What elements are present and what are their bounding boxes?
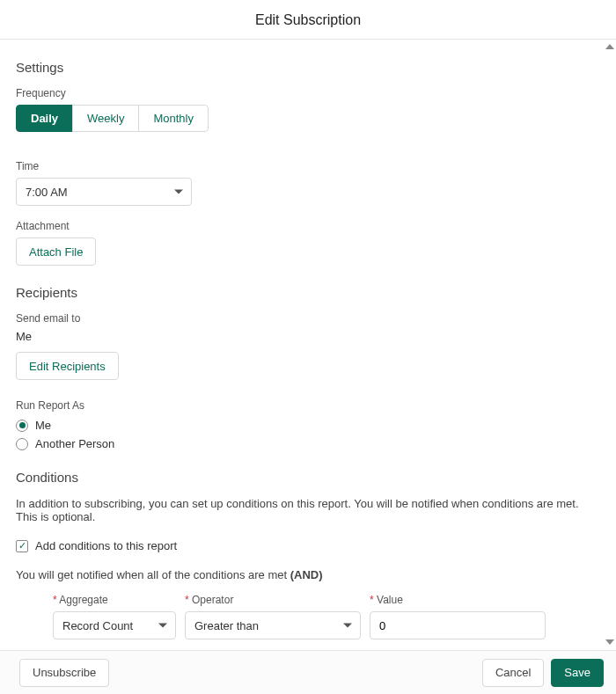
add-conditions-checkbox[interactable]: Add conditions to this report bbox=[16, 539, 586, 552]
attachment-label: Attachment bbox=[16, 220, 586, 232]
aggregate-label: Aggregate bbox=[53, 594, 176, 606]
modal-footer: Unsubscribe Cancel Save bbox=[0, 650, 616, 694]
add-conditions-label: Add conditions to this report bbox=[35, 539, 177, 552]
conditions-heading: Conditions bbox=[16, 470, 586, 485]
checkbox-icon bbox=[16, 540, 28, 552]
operator-label: Operator bbox=[185, 594, 361, 606]
frequency-daily[interactable]: Daily bbox=[16, 105, 73, 132]
run-as-other-radio[interactable]: Another Person bbox=[16, 437, 586, 450]
conditions-help-text: In addition to subscribing, you can set … bbox=[16, 497, 586, 523]
recipients-heading: Recipients bbox=[16, 285, 586, 300]
attach-file-button[interactable]: Attach File bbox=[16, 237, 96, 266]
condition-row: Aggregate Record Count Operator Greater … bbox=[53, 594, 586, 639]
operator-select[interactable]: Greater than bbox=[185, 611, 361, 639]
run-as-label: Run Report As bbox=[16, 399, 586, 412]
frequency-weekly[interactable]: Weekly bbox=[72, 105, 139, 132]
save-button[interactable]: Save bbox=[551, 659, 604, 687]
operator-value: Greater than bbox=[194, 619, 259, 632]
scroll-up-arrow[interactable] bbox=[605, 44, 614, 49]
notify-prefix: You will get notified when all of the co… bbox=[16, 568, 290, 581]
time-select[interactable]: 7:00 AM bbox=[16, 178, 192, 206]
settings-heading: Settings bbox=[16, 60, 586, 75]
aggregate-value: Record Count bbox=[62, 619, 133, 632]
unsubscribe-button[interactable]: Unsubscribe bbox=[19, 659, 109, 687]
frequency-label: Frequency bbox=[16, 87, 586, 99]
time-label: Time bbox=[16, 160, 586, 172]
notify-bold: (AND) bbox=[290, 568, 323, 581]
notify-line: You will get notified when all of the co… bbox=[16, 568, 586, 581]
run-as-other-label: Another Person bbox=[35, 437, 114, 450]
time-value: 7:00 AM bbox=[26, 186, 68, 199]
run-as-me-radio[interactable]: Me bbox=[16, 419, 586, 432]
edit-recipients-button[interactable]: Edit Recipients bbox=[16, 352, 119, 380]
radio-icon bbox=[16, 438, 28, 450]
modal-body: Settings Frequency Daily Weekly Monthly … bbox=[0, 39, 605, 650]
cancel-button[interactable]: Cancel bbox=[482, 659, 544, 687]
frequency-segmented: Daily Weekly Monthly bbox=[16, 105, 209, 132]
value-label: Value bbox=[370, 594, 546, 606]
modal-title: Edit Subscription bbox=[0, 0, 616, 40]
run-as-me-label: Me bbox=[35, 419, 51, 432]
frequency-monthly[interactable]: Monthly bbox=[138, 105, 209, 132]
scroll-down-arrow[interactable] bbox=[605, 639, 614, 645]
value-input[interactable] bbox=[370, 611, 546, 639]
send-to-value: Me bbox=[16, 330, 586, 343]
aggregate-select[interactable]: Record Count bbox=[53, 611, 176, 639]
send-to-label: Send email to bbox=[16, 312, 586, 325]
radio-icon bbox=[16, 420, 28, 432]
